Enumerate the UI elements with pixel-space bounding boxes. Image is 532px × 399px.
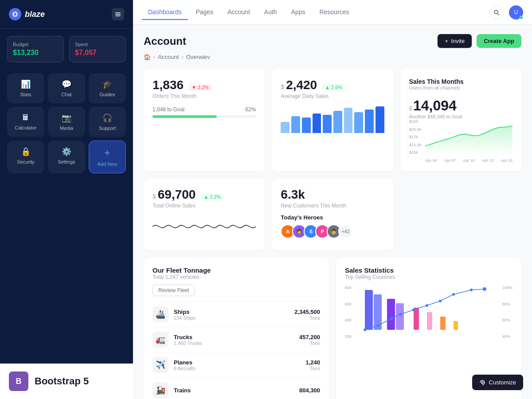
sidebar-item-stats[interactable]: 📊 Stats	[7, 73, 44, 103]
bar-6	[333, 111, 342, 133]
svg-rect-13	[454, 321, 458, 330]
bar-10	[376, 106, 384, 133]
ships-icon: 🚢	[153, 306, 168, 322]
customers-value: 6.3k	[281, 188, 305, 202]
sidebar-item-settings[interactable]: ⚙️ Settings	[48, 141, 85, 173]
svg-point-21	[452, 293, 455, 296]
avatar-initials: U	[514, 9, 518, 16]
ships-value: 2,345,500 Tons	[294, 309, 320, 321]
page-title: Account	[144, 35, 186, 47]
sidebar-item-guides[interactable]: 🎓 Guides	[89, 73, 126, 103]
nav-auth[interactable]: Auth	[258, 5, 283, 20]
orders-progress: 1,048 to Goal 62%	[153, 106, 256, 118]
svg-point-23	[483, 287, 486, 291]
svg-rect-3	[115, 16, 121, 16]
budget-section: Budget $13,230 Spent $7,057	[0, 29, 133, 70]
fleet-subtitle: Total 1,247 vehicles	[153, 274, 320, 280]
planes-unit: Tons	[305, 366, 320, 371]
security-label: Security	[17, 159, 35, 164]
support-icon: 🎧	[102, 113, 112, 123]
orders-label: Orders This Month	[153, 93, 256, 99]
stats-row-2: $ 69,700 ▲ 2.2% Total Online Sales 6.3k	[144, 179, 521, 250]
ships-unit: Tons	[294, 315, 320, 321]
empty-col	[400, 179, 521, 250]
big-sales-sub: Another $48,346 to Goal	[409, 114, 512, 119]
sales-prefix: $	[281, 83, 284, 90]
svg-rect-11	[427, 312, 432, 330]
trains-amount: 804,300	[299, 387, 320, 394]
nav-dashboards[interactable]: Dashboards	[142, 5, 188, 20]
online-sales-label: Total Online Sales	[153, 203, 256, 209]
search-button[interactable]	[489, 5, 504, 20]
fleet-item-ships: 🚢 Ships 234 Ships 2,345,500 Tons	[153, 301, 320, 327]
trains-info: Trains	[174, 387, 191, 394]
online-sales-card: $ 69,700 ▲ 2.2% Total Online Sales	[144, 179, 265, 250]
calculator-label: Calculator	[15, 125, 37, 130]
heroes-section: Today's Heroes A 👩 S P 👨 +42	[281, 214, 384, 239]
sidebar-item-support[interactable]: 🎧 Support	[89, 107, 126, 137]
breadcrumb-current: Overwiev	[186, 54, 210, 60]
nav-resources[interactable]: Resources	[313, 5, 356, 20]
ss-pct-labels: 100% 80% 60% 40%	[500, 286, 512, 339]
sidebar-item-calculator[interactable]: 🖩 Calculator	[7, 107, 44, 137]
svg-point-4	[494, 10, 498, 14]
create-app-button[interactable]: Create App	[477, 34, 521, 48]
nav-apps[interactable]: Apps	[285, 5, 312, 20]
review-fleet-button[interactable]: Review Fleet	[153, 285, 195, 296]
nav-account[interactable]: Account	[221, 5, 256, 20]
svg-point-16	[390, 317, 393, 320]
trucks-name: Trucks	[174, 334, 202, 340]
sidebar-item-security[interactable]: 🔒 Security	[7, 141, 44, 173]
planes-amount: 1,240	[305, 359, 320, 366]
planes-value: 1,240 Tons	[305, 359, 320, 371]
sidebar-item-add-new[interactable]: + Add New	[89, 141, 126, 173]
nav-pages[interactable]: Pages	[190, 5, 220, 20]
heroes-label: Today's Heroes	[281, 214, 384, 221]
bar-7	[344, 108, 353, 133]
settings-icon: ⚙️	[62, 147, 71, 156]
chat-icon: 💬	[62, 79, 71, 89]
fleet-item-trucks: 🚛 Trucks 1,460 Trucks 457,200 Tons	[153, 327, 320, 352]
budget-card: Budget $13,230	[7, 36, 64, 63]
bottom-grid: Our Fleet Tonnage Total 1,247 vehicles R…	[144, 258, 521, 399]
ships-name: Ships	[174, 309, 196, 315]
guides-label: Guides	[100, 92, 115, 97]
sales-stats-subtitle: Top Selling Countries	[345, 274, 512, 280]
online-sales-value: 69,700	[158, 188, 196, 202]
breadcrumb-account[interactable]: Account	[158, 54, 179, 60]
page-header: Account + Invite Create App	[144, 34, 521, 48]
fleet-card: Our Fleet Tonnage Total 1,247 vehicles R…	[144, 258, 329, 399]
customize-button[interactable]: Customize	[472, 375, 523, 390]
ss-svg	[354, 286, 500, 339]
svg-rect-10	[414, 308, 419, 330]
home-icon: 🏠	[144, 54, 151, 60]
line-chart-wrapper: $24K $20.5K $17K $13.5K $10K	[409, 119, 512, 163]
nav-grid: 📊 Stats 💬 Chat 🎓 Guides 🖩 Calculator 📷 M…	[0, 70, 133, 177]
sales-stats-chart: 800 600 400 200	[345, 286, 512, 340]
sales-change-badge: ▲ 2.6%	[322, 84, 345, 91]
svg-rect-12	[440, 317, 446, 330]
orders-value: 1,836	[153, 78, 184, 92]
menu-icon[interactable]	[112, 8, 124, 20]
top-nav: Dashboards Pages Account Auth Apps Resou…	[133, 0, 532, 25]
user-avatar[interactable]: U	[509, 5, 523, 20]
sidebar-item-chat[interactable]: 💬 Chat	[48, 73, 85, 103]
invite-button[interactable]: + Invite	[437, 34, 472, 48]
add-new-label: Add New	[98, 161, 117, 167]
svg-point-15	[377, 324, 379, 327]
planes-sub: 8 Aircrafts	[174, 366, 196, 371]
spent-value: $7,057	[75, 49, 120, 57]
svg-rect-2	[115, 14, 121, 15]
bar-4	[313, 113, 321, 133]
sidebar-item-media[interactable]: 📷 Media	[48, 107, 85, 137]
customize-label: Customize	[489, 379, 516, 386]
progress-bar	[153, 115, 256, 118]
y-axis-labels: $24K $20.5K $17K $13.5K $10K	[409, 119, 424, 155]
bar-9	[365, 110, 374, 133]
up-arrow-icon: ▲	[325, 85, 330, 90]
svg-rect-1	[115, 12, 121, 13]
trains-name: Trains	[174, 387, 191, 394]
ss-y-labels: 800 600 400 200	[345, 286, 354, 339]
settings-label: Settings	[58, 159, 75, 164]
daily-sales-label: Average Daily Sales	[281, 93, 384, 99]
